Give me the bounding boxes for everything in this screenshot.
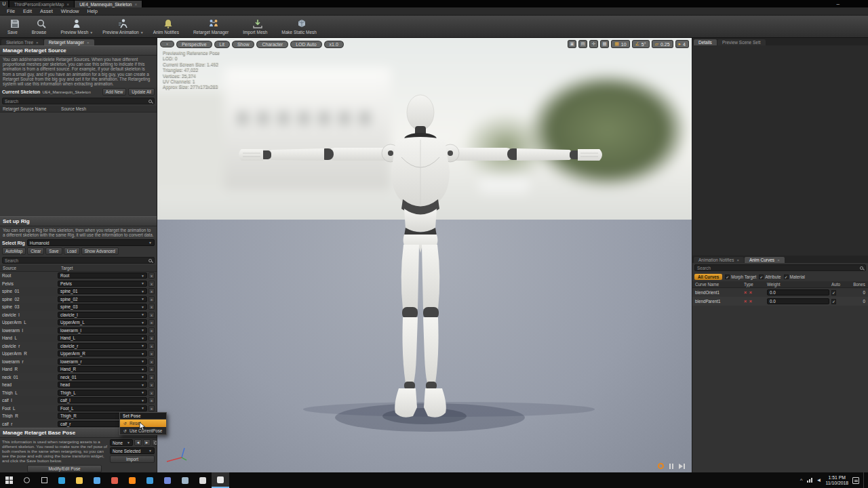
rig-action-button[interactable]: Load	[64, 247, 80, 255]
taskbar-app-icon[interactable]	[106, 472, 123, 488]
viewport-mode-button[interactable]: Lit	[214, 41, 230, 48]
mannequin-character[interactable]	[157, 38, 692, 472]
import-button[interactable]: Import	[110, 455, 155, 463]
bone-target-dropdown[interactable]: clavicle_l ▼	[58, 312, 147, 318]
rig-action-button[interactable]: Clear	[27, 247, 44, 255]
clear-mapping-button[interactable]: x	[149, 350, 155, 357]
taskbar-app-icon[interactable]	[141, 472, 159, 488]
rig-action-button[interactable]: AutoMap	[2, 247, 26, 255]
bone-target-dropdown[interactable]: Pelvis ▼	[58, 281, 147, 287]
bone-target-dropdown[interactable]: Thigh_L ▼	[58, 390, 147, 396]
menu-item[interactable]: Help	[83, 8, 101, 14]
window-minimize-icon[interactable]: –	[837, 1, 840, 7]
rotation-snap-control[interactable]: ∠ 5°	[632, 40, 650, 48]
clear-mapping-button[interactable]: x	[149, 343, 155, 349]
camera-speed-control[interactable]: ▸ 4	[675, 40, 689, 48]
panel-tab[interactable]: Skeleton Tree ×	[1, 39, 43, 45]
close-icon[interactable]: ×	[87, 41, 90, 45]
taskbar-clock[interactable]: 1:51 PM 11/10/2018	[825, 475, 848, 486]
step-forward-button[interactable]	[679, 464, 685, 469]
bone-target-dropdown[interactable]: head ▼	[58, 382, 147, 388]
bone-target-dropdown[interactable]: spine_01 ▼	[58, 288, 147, 294]
find-pose-button[interactable]	[152, 439, 157, 446]
taskbar-app-icon[interactable]	[194, 472, 212, 488]
update-all-button[interactable]: Update All	[128, 88, 155, 96]
clear-mapping-button[interactable]: x	[149, 281, 155, 287]
bone-target-dropdown[interactable]: UpperArm_R ▼	[58, 350, 147, 357]
curve-filter-toggle[interactable]: ✓ Morph Target	[725, 274, 756, 279]
retarget-source-list[interactable]	[0, 113, 157, 216]
curve-auto-checkbox[interactable]: ✓	[831, 290, 848, 295]
toolbar-button[interactable]: Import Mesh ▼	[238, 16, 277, 37]
clear-mapping-button[interactable]: x	[149, 366, 155, 372]
close-icon[interactable]: ×	[777, 258, 780, 262]
clear-mapping-button[interactable]: x	[149, 319, 155, 325]
toolbar-button[interactable]: Anim Notifies ▼	[149, 16, 189, 37]
window-tab[interactable]: ThirdPersonExampleMap ×	[9, 1, 75, 7]
bone-target-dropdown[interactable]: Foot_L ▼	[58, 405, 147, 411]
bone-target-dropdown[interactable]: Root ▼	[58, 272, 147, 279]
maximize-viewport-icon[interactable]: ▣	[568, 40, 576, 48]
curve-filter-toggle[interactable]: ✓ Attribute	[759, 274, 781, 279]
modify-edit-pose-button[interactable]: Modify/Edit Pose	[27, 465, 102, 472]
toolbar-button[interactable]: Preview Animation ▼	[98, 16, 148, 37]
taskbar-app-icon[interactable]	[71, 472, 88, 488]
curve-row[interactable]: blendOrient1 × × 0.0 ✓ 0	[692, 288, 868, 297]
window-tab[interactable]: UE4_Mannequin_Skeleton ×	[75, 1, 142, 7]
bone-target-dropdown[interactable]: clavicle_r ▼	[58, 343, 147, 349]
clear-mapping-button[interactable]: x	[149, 327, 155, 333]
start-button[interactable]	[0, 472, 18, 488]
bone-target-dropdown[interactable]: lowerarm_l ▼	[58, 327, 147, 333]
bone-target-dropdown[interactable]: Hand_R ▼	[58, 366, 147, 372]
clear-mapping-button[interactable]: x	[149, 405, 155, 411]
bone-target-dropdown[interactable]: Hand_L ▼	[58, 335, 147, 341]
menu-item[interactable]: Asset	[36, 8, 57, 14]
clear-mapping-button[interactable]: x	[149, 359, 155, 365]
viewport-mode-button[interactable]: Character	[256, 41, 288, 48]
network-icon[interactable]	[807, 478, 812, 483]
panel-tab[interactable]: Details	[694, 39, 717, 45]
close-icon[interactable]: ×	[36, 41, 39, 45]
curve-row[interactable]: blendParent1 × × 0.0 ✓ 0	[692, 297, 868, 306]
task-view-icon[interactable]	[35, 472, 53, 488]
grid-snap-control[interactable]: ▦ 10	[611, 40, 629, 48]
toolbar-button[interactable]: Browse ▼	[27, 16, 56, 37]
show-desktop-button[interactable]	[863, 472, 865, 488]
toolbar-button[interactable]: Preview Mesh ▼	[56, 16, 98, 37]
rig-action-button[interactable]: Save	[45, 247, 62, 255]
surface-snap-icon[interactable]: ▦	[600, 40, 609, 48]
retarget-source-search-input[interactable]: Search	[2, 98, 155, 104]
clear-mapping-button[interactable]: x	[149, 312, 155, 318]
panel-tab[interactable]: Anim Curves ×	[745, 257, 785, 263]
clear-mapping-button[interactable]: x	[149, 272, 155, 279]
viewport-options-button[interactable]: ▼	[160, 41, 174, 47]
all-curves-filter-button[interactable]: All Curves	[694, 274, 722, 280]
select-rig-dropdown[interactable]: Humanoid ▼	[27, 239, 155, 246]
toolbar-button[interactable]: Save ▼	[3, 16, 27, 37]
bone-mapping-search-input[interactable]: Search	[2, 257, 155, 264]
curve-auto-checkbox[interactable]: ✓	[831, 299, 848, 304]
screenshot-icon[interactable]: ▤	[578, 40, 587, 48]
add-new-button[interactable]: Add New	[102, 88, 127, 96]
menu-item[interactable]: Window	[57, 8, 83, 14]
base-pose-dropdown[interactable]: None ▼	[110, 439, 133, 446]
action-center-icon[interactable]	[852, 477, 859, 484]
viewport-mode-button[interactable]: Show	[232, 41, 255, 48]
bone-target-dropdown[interactable]: spine_03 ▼	[58, 304, 147, 310]
menu-item[interactable]: Edit	[19, 8, 36, 14]
bone-target-dropdown[interactable]: spine_02 ▼	[58, 296, 147, 302]
cortana-icon[interactable]	[18, 472, 35, 488]
close-icon[interactable]: ×	[66, 2, 69, 7]
clear-mapping-button[interactable]: x	[149, 390, 155, 396]
clear-mapping-button[interactable]: x	[149, 382, 155, 388]
panel-tab[interactable]: Animation Notifies ×	[694, 257, 744, 263]
bone-target-dropdown[interactable]: lowerarm_r ▼	[58, 359, 147, 365]
panel-tab[interactable]: Retarget Manager ×	[44, 39, 94, 45]
taskbar-app-icon[interactable]	[212, 472, 229, 488]
taskbar-app-icon[interactable]	[159, 472, 176, 488]
curve-weight-input[interactable]: 0.0	[767, 298, 829, 304]
volume-icon[interactable]: ◄	[816, 477, 822, 483]
rig-action-button[interactable]: Show Advanced	[81, 247, 119, 255]
clear-mapping-button[interactable]: x	[149, 296, 155, 302]
taskbar-app-icon[interactable]	[176, 472, 194, 488]
